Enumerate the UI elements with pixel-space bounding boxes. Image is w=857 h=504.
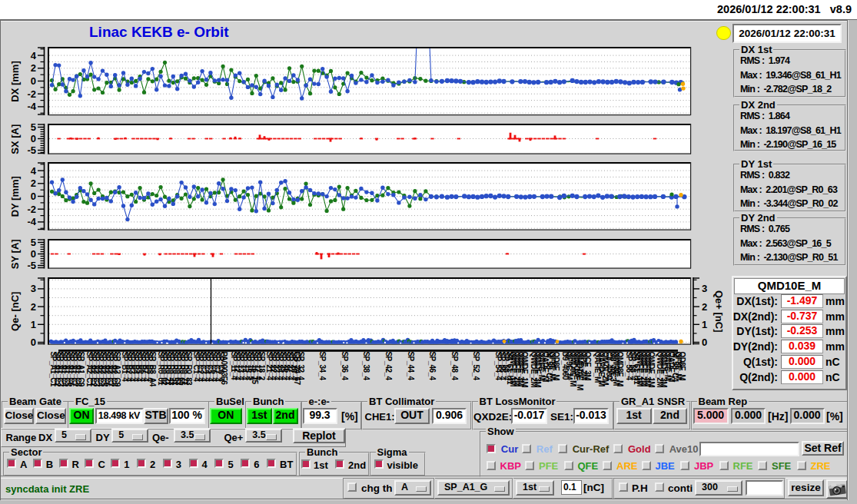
svg-text:SP_A1_C9: SP_A1_C9	[77, 352, 85, 387]
svg-text:2: 2	[702, 301, 707, 313]
svg-text:SP_32_4: SP_32_4	[297, 352, 305, 381]
svg-text:DY [mm]: DY [mm]	[9, 176, 21, 217]
svg-text:-4: -4	[27, 101, 36, 112]
svg-text:QD8E_M: QD8E_M	[678, 352, 686, 381]
svg-text:SY [A]: SY [A]	[9, 239, 21, 269]
svg-text:5: 5	[31, 237, 36, 248]
svg-text:0: 0	[31, 75, 36, 87]
svg-text:SP_R0_83: SP_R0_83	[184, 352, 193, 386]
svg-text:QD8E_M: QD8E_M	[552, 352, 560, 381]
svg-text:-2: -2	[27, 204, 36, 215]
svg-text:-4: -4	[27, 216, 36, 227]
svg-text:SP_34_4: SP_34_4	[318, 352, 327, 381]
svg-text:SP_38_4: SP_38_4	[362, 352, 370, 381]
svg-text:1: 1	[702, 319, 707, 330]
svg-text:3: 3	[702, 283, 707, 294]
svg-text:SP_46_4: SP_46_4	[428, 352, 437, 381]
svg-text:PA0003E6: PA0003E6	[220, 352, 228, 386]
svg-text:SP_36_4: SP_36_4	[340, 352, 349, 381]
svg-text:0: 0	[702, 337, 707, 348]
svg-text:4: 4	[31, 50, 37, 61]
svg-text:SP_48_4: SP_48_4	[450, 352, 459, 381]
svg-text:SP_44_4: SP_44_4	[407, 352, 415, 381]
svg-text:1: 1	[31, 319, 36, 330]
svg-text:5: 5	[31, 121, 36, 133]
svg-text:SP_B8_A4: SP_B8_A4	[148, 352, 157, 387]
svg-text:QWDE_1M: QWDE_1M	[520, 352, 529, 388]
svg-text:2: 2	[31, 62, 36, 74]
svg-text:-5: -5	[27, 144, 36, 156]
svg-text:0: 0	[31, 337, 36, 348]
svg-text:3: 3	[31, 283, 36, 294]
svg-text:2: 2	[31, 177, 36, 189]
svg-text:Qe+ [nC]: Qe+ [nC]	[713, 290, 725, 333]
svg-text:SX [A]: SX [A]	[9, 124, 21, 154]
svg-text:QWDE_1M: QWDE_1M	[647, 352, 656, 388]
svg-text:QMD8E_M: QMD8E_M	[616, 352, 624, 387]
svg-text:-2: -2	[27, 88, 36, 100]
svg-text:-5: -5	[27, 260, 36, 271]
svg-text:SP_42_4: SP_42_4	[384, 352, 393, 381]
svg-text:0: 0	[31, 191, 36, 202]
svg-text:4: 4	[31, 165, 37, 177]
svg-text:Qe- [nC]: Qe- [nC]	[9, 292, 21, 331]
svg-text:SP_18_2: SP_18_2	[257, 352, 266, 381]
svg-text:0: 0	[31, 133, 36, 144]
svg-text:SP_A2_C9: SP_A2_C9	[113, 352, 121, 387]
svg-text:0: 0	[31, 248, 36, 260]
svg-text:2: 2	[31, 301, 36, 313]
svg-text:QCE_3M: QCE_3M	[583, 352, 592, 381]
svg-text:SP_52_4: SP_52_4	[472, 352, 480, 381]
svg-text:DX [mm]: DX [mm]	[9, 61, 21, 101]
